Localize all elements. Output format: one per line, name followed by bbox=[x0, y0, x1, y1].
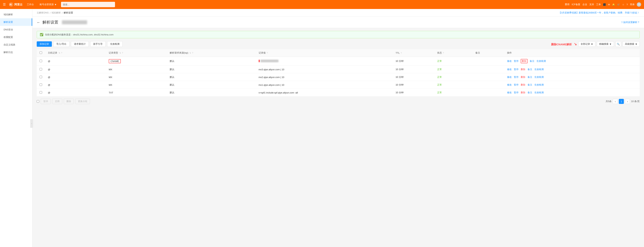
sidebar-item-dns-security[interactable]: DNS安全 bbox=[0, 26, 32, 33]
type-help-icon[interactable]: ? bbox=[122, 52, 123, 54]
note-cell bbox=[472, 57, 504, 66]
pause-button[interactable]: 暂停 bbox=[514, 75, 518, 79]
ttl-cell: 10 分钟 bbox=[393, 89, 434, 97]
sidebar: 域名解析 解析设置 DNS安全 权重配置 自定义线路 解析日志 bbox=[0, 9, 32, 247]
select-all-checkbox[interactable] bbox=[40, 51, 42, 54]
bell-icon[interactable]: 🔔 bbox=[612, 3, 615, 6]
effect-check-button[interactable]: 生效检测 bbox=[107, 41, 122, 47]
isp-cell: 默认 bbox=[167, 73, 256, 81]
add-record-button[interactable]: 添加记录 bbox=[37, 41, 52, 47]
fee-nav[interactable]: 费用 bbox=[565, 3, 570, 6]
effect-check-btn[interactable]: 生效检测 bbox=[534, 75, 544, 79]
page-size-selector[interactable]: 10 条/页 bbox=[631, 100, 640, 103]
note-button[interactable]: 备注 bbox=[528, 91, 532, 94]
sidebar-item-weight-config[interactable]: 权重配置 bbox=[0, 33, 32, 41]
records-table-container: 主机记录 ⇅ ? 记录类型 ⇅ ? 解析请求来源(isp) ⇅ ? bbox=[37, 49, 640, 97]
action-cell: 修改 暂停 删除 备注 生效检测 bbox=[504, 57, 640, 66]
page-total: 共5条 bbox=[606, 100, 612, 103]
record-type-filter[interactable]: 全部记录 ▼ bbox=[578, 41, 596, 47]
pause-button[interactable]: 暂停 bbox=[514, 91, 518, 94]
top-search-input[interactable] bbox=[61, 2, 115, 7]
sidebar-item-resolve-settings[interactable]: 解析设置 bbox=[0, 18, 32, 26]
page-1-button[interactable]: 1 bbox=[619, 99, 624, 104]
action-cell: 修改 暂停 删除 备注 生效检测 bbox=[504, 73, 640, 81]
sort-icon[interactable]: ⇅ bbox=[190, 52, 191, 54]
back-button[interactable]: ← bbox=[37, 20, 40, 24]
edit-button[interactable]: 修改 bbox=[507, 59, 512, 63]
menu-icon[interactable]: ☰ bbox=[3, 2, 6, 6]
search-button[interactable]: 🔍 bbox=[616, 41, 621, 47]
effect-check-btn[interactable]: 生效检测 bbox=[534, 91, 544, 94]
edit-button[interactable]: 修改 bbox=[507, 83, 512, 86]
note-button[interactable]: 备注 bbox=[528, 68, 532, 71]
enterprise-nav[interactable]: 企业 bbox=[582, 3, 587, 6]
action-cell: 修改 暂停 删除 备注 生效检测 bbox=[504, 81, 640, 89]
page-prev-button[interactable]: ‹ bbox=[613, 99, 618, 104]
table-row: @ MX 默认 mx1.qiye.aliyun.com | 10 10 分钟 正… bbox=[37, 81, 640, 89]
delete-button-highlighted[interactable]: 删除 bbox=[521, 59, 528, 63]
help-link[interactable]: ? 如何设置解析？ bbox=[621, 21, 640, 24]
host-help-icon[interactable]: ? bbox=[61, 52, 62, 54]
chevron-down-icon: ▼ bbox=[54, 3, 57, 6]
row-checkbox[interactable] bbox=[40, 76, 42, 78]
row-checkbox[interactable] bbox=[40, 60, 42, 62]
sidebar-item-resolve-log[interactable]: 解析日志 bbox=[0, 48, 32, 56]
advanced-search-button[interactable]: 高级搜索 ▼ bbox=[622, 41, 640, 47]
edit-button[interactable]: 修改 bbox=[507, 68, 512, 71]
value-help-icon[interactable]: ? bbox=[266, 52, 268, 54]
isp-help-icon[interactable]: ? bbox=[192, 52, 193, 54]
logo: 阿 阿里云 bbox=[9, 2, 22, 7]
col-isp: 解析请求来源(isp) ⇅ ? bbox=[167, 49, 256, 57]
import-export-button[interactable]: 导入/导出 bbox=[53, 41, 70, 47]
breadcrumb: 云解析DNS / 域名解析 / 解析设置 bbox=[37, 11, 73, 14]
page-next-button[interactable]: › bbox=[625, 99, 630, 104]
row-checkbox[interactable] bbox=[40, 91, 42, 94]
precise-search-filter[interactable]: 精确搜索 ▼ bbox=[597, 41, 614, 47]
breadcrumb-domain[interactable]: 域名解析 bbox=[52, 11, 61, 14]
sidebar-collapse-btn[interactable]: ‹ bbox=[30, 119, 33, 128]
account-resources-nav[interactable]: 账号全部资源 ▼ bbox=[38, 3, 58, 6]
workbench-nav[interactable]: 工作台 bbox=[26, 3, 35, 6]
language-label[interactable]: 简体 bbox=[630, 3, 635, 6]
sort-icon[interactable]: ⇅ bbox=[120, 52, 121, 54]
support-nav[interactable]: 支持 bbox=[589, 3, 594, 6]
delete-button[interactable]: 删除 bbox=[521, 68, 526, 71]
pause-button[interactable]: 暂停 bbox=[514, 59, 518, 63]
pause-button[interactable]: 暂停 bbox=[514, 68, 518, 71]
col-value: 记录值 ? bbox=[256, 49, 393, 57]
logo-text: 阿里云 bbox=[14, 3, 22, 6]
cart-icon[interactable]: 🛒 bbox=[617, 3, 620, 6]
note-button[interactable]: 备注 bbox=[528, 83, 532, 86]
promo-banner[interactable]: 【3月采购季优惠】新客最低28块8买一年，老客户新购、续费、升级7.5折起！ bbox=[559, 11, 640, 14]
user-avatar[interactable]: 用 bbox=[637, 2, 641, 7]
row-checkbox[interactable] bbox=[40, 83, 42, 86]
ttl-help-icon[interactable]: ? bbox=[401, 52, 402, 54]
bookmark-icon[interactable]: ☆ bbox=[622, 3, 624, 6]
delete-button[interactable]: 删除 bbox=[521, 91, 526, 94]
icp-nav[interactable]: ICP备案 bbox=[572, 3, 580, 6]
status-badge: 正常 bbox=[437, 60, 442, 62]
note-button[interactable]: 备注 bbox=[528, 75, 532, 79]
note-button[interactable]: 备注 bbox=[530, 59, 534, 63]
edit-button[interactable]: 修改 bbox=[507, 75, 512, 79]
status-help-icon[interactable]: ? bbox=[443, 52, 444, 54]
effect-check-btn[interactable]: 生效检测 bbox=[536, 59, 546, 63]
row-checkbox[interactable] bbox=[40, 68, 42, 70]
sort-icon[interactable]: ⇅ bbox=[59, 52, 60, 54]
bottom-checkbox[interactable] bbox=[37, 100, 39, 103]
edit-button[interactable]: 修改 bbox=[507, 91, 512, 94]
delete-button[interactable]: 删除 bbox=[521, 75, 526, 79]
effect-check-btn[interactable]: 生效检测 bbox=[534, 68, 544, 71]
monitor-icon[interactable]: ⬛ bbox=[603, 3, 606, 6]
workorder-nav[interactable]: 工单 bbox=[596, 3, 601, 6]
breadcrumb-dns[interactable]: 云解析DNS bbox=[37, 11, 48, 14]
pause-button[interactable]: 暂停 bbox=[514, 83, 518, 86]
newbie-guide-button[interactable]: 新手引导 bbox=[90, 41, 106, 47]
request-stats-button[interactable]: 请求量统计 bbox=[71, 41, 89, 47]
delete-button[interactable]: 删除 bbox=[521, 83, 526, 86]
question-icon[interactable]: ? bbox=[626, 3, 628, 6]
sidebar-item-domain-resolve[interactable]: 域名解析 bbox=[0, 11, 32, 18]
sidebar-item-custom-route[interactable]: 自定义线路 bbox=[0, 41, 32, 48]
effect-check-btn[interactable]: 生效检测 bbox=[534, 83, 544, 86]
mail-icon[interactable]: ✉ bbox=[608, 3, 610, 6]
